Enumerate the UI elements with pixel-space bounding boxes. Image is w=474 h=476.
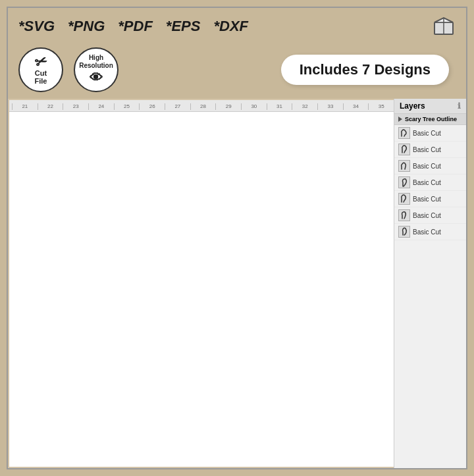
layer-item[interactable]: Basic Cut xyxy=(394,125,466,142)
ruler-22: 22 xyxy=(38,103,63,110)
group-name: Scary Tree Outline xyxy=(405,116,457,122)
format-dxf: *DXF xyxy=(213,18,248,35)
layers-header: Layers ℹ xyxy=(394,99,466,114)
ruler-marks: 21 22 23 24 25 26 27 28 29 30 31 32 33 3… xyxy=(9,103,394,110)
layer-thumb xyxy=(398,144,410,155)
layer-item[interactable]: Basic Cut xyxy=(394,207,466,224)
badge-row: ✂ Cut File HighResolution 👁 Includes 7 D… xyxy=(8,45,466,99)
inner-content: *SVG *PNG *PDF *EPS *DXF ✂ Cut File xyxy=(7,7,467,469)
layer-name-3: Basic Cut xyxy=(413,163,441,170)
layers-title: Layers xyxy=(400,101,425,111)
ruler-21: 21 xyxy=(12,103,38,110)
layer-thumb xyxy=(398,226,410,238)
layer-item[interactable]: Basic Cut xyxy=(394,224,466,240)
format-png: *PNG xyxy=(68,18,105,35)
eye-icon: 👁 xyxy=(90,70,103,86)
ruler-25: 25 xyxy=(114,103,140,110)
format-svg: *SVG xyxy=(18,18,55,35)
format-eps: *EPS xyxy=(166,18,201,35)
ruler-26: 26 xyxy=(139,103,165,110)
ruler: 21 22 23 24 25 26 27 28 29 30 31 32 33 3… xyxy=(9,100,394,112)
layer-name-2: Basic Cut xyxy=(413,146,441,153)
high-res-text: HighResolution xyxy=(79,54,113,70)
ruler-30: 30 xyxy=(241,103,267,110)
ruler-24: 24 xyxy=(88,103,114,110)
layer-thumb xyxy=(398,160,410,172)
format-pdf: *PDF xyxy=(118,18,153,35)
box-icon xyxy=(432,13,456,40)
ruler-35: 35 xyxy=(368,103,394,110)
layer-item[interactable]: Basic Cut xyxy=(394,142,466,158)
includes-label: Includes 7 Designs xyxy=(300,61,431,78)
ruler-28: 28 xyxy=(190,103,216,110)
canvas-area: 21 22 23 24 25 26 27 28 29 30 31 32 33 3… xyxy=(9,100,394,467)
layer-name-4: Basic Cut xyxy=(413,179,441,186)
format-labels: *SVG *PNG *PDF *EPS *DXF xyxy=(18,18,248,35)
includes-bubble: Includes 7 Designs xyxy=(281,55,449,85)
ruler-33: 33 xyxy=(317,103,343,110)
layer-thumb xyxy=(398,193,410,205)
ruler-32: 32 xyxy=(292,103,317,110)
ruler-29: 29 xyxy=(215,103,241,110)
design-area: 21 22 23 24 25 26 27 28 29 30 31 32 33 3… xyxy=(8,99,466,468)
layer-thumb xyxy=(398,176,410,188)
layer-thumb xyxy=(398,127,410,139)
layers-group[interactable]: Scary Tree Outline xyxy=(394,114,466,125)
layer-item[interactable]: Basic Cut xyxy=(394,174,466,191)
info-icon: ℹ xyxy=(458,101,461,111)
expand-icon xyxy=(398,117,402,122)
layer-name-1: Basic Cut xyxy=(413,130,441,137)
top-banner: *SVG *PNG *PDF *EPS *DXF xyxy=(8,8,466,45)
cut-file-badge: ✂ Cut File xyxy=(18,47,63,92)
file-label: File xyxy=(35,77,47,85)
layers-panel: Layers ℹ Scary Tree Outline Basic Cut xyxy=(394,99,466,468)
layer-item[interactable]: Basic Cut xyxy=(394,191,466,207)
layer-name-7: Basic Cut xyxy=(413,228,441,236)
layer-name-6: Basic Cut xyxy=(413,212,441,219)
ruler-34: 34 xyxy=(343,103,369,110)
ruler-23: 23 xyxy=(63,103,88,110)
outer-frame: *SVG *PNG *PDF *EPS *DXF ✂ Cut File xyxy=(0,0,474,476)
scissors-icon: ✂ xyxy=(33,53,49,71)
layer-thumb xyxy=(398,209,410,221)
high-res-badge: HighResolution 👁 xyxy=(74,47,118,92)
cut-label: Cut xyxy=(35,69,47,77)
ruler-27: 27 xyxy=(165,103,190,110)
layer-name-5: Basic Cut xyxy=(413,196,441,203)
layer-item[interactable]: Basic Cut xyxy=(394,158,466,174)
ruler-31: 31 xyxy=(267,103,292,110)
